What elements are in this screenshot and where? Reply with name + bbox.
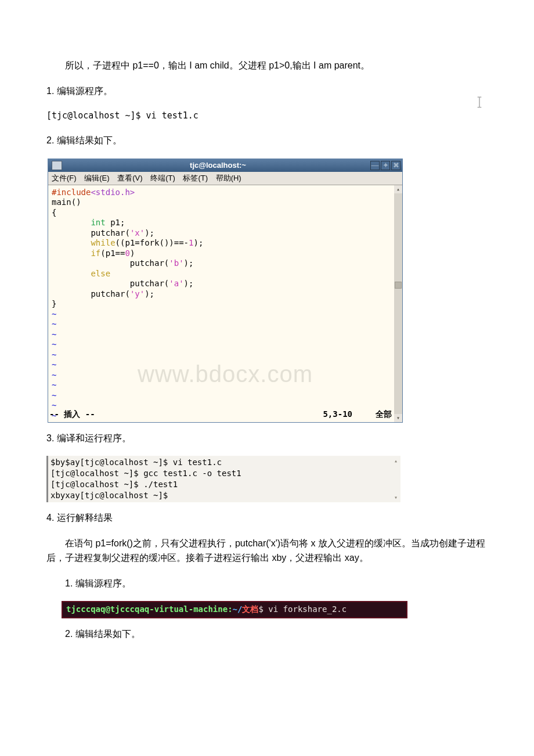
scrollbar[interactable]: ▴ ▾	[394, 185, 402, 422]
code: }	[52, 299, 400, 309]
ubuntu-terminal[interactable]: tjcccqaq@tjcccqaq-virtual-machine:~/文档$ …	[62, 601, 407, 618]
code: else	[52, 269, 400, 279]
command-line-1: [tjc@localhost ~]$ vi test1.c	[46, 109, 488, 123]
editor-tilde: ~	[52, 309, 400, 320]
step-4: 4. 运行解释结果	[46, 510, 488, 525]
editor-tilde: ~	[52, 370, 400, 381]
paragraph-explain: 在语句 p1=fork()之前，只有父进程执行，putchar('x')语句将 …	[46, 536, 488, 566]
code: putchar('a');	[52, 279, 400, 289]
minimize-button[interactable]: —	[370, 161, 380, 170]
terminal-window: tjc@localhost:~ — ✦ ✖ 文件(F) 编辑(E) 查看(V) …	[48, 159, 403, 423]
code: while((p1=fork())==-1);	[52, 238, 400, 249]
code: putchar('x');	[52, 228, 400, 239]
prompt-colon: :	[228, 604, 232, 614]
scroll-up-icon: ▴	[392, 457, 399, 464]
paragraph-intro: 所以，子进程中 p1==0，输出 I am child。父进程 p1>0,输出 …	[46, 58, 488, 73]
prompt-user: tjcccqaq@tjcccqaq-virtual-machine	[66, 604, 228, 614]
scroll-up-icon[interactable]: ▴	[394, 185, 402, 193]
shell-line: [tjc@localhost ~]$ ./test1	[50, 479, 398, 490]
menu-edit[interactable]: 编辑(E)	[84, 174, 109, 182]
step-1: 1. 编辑源程序。	[46, 84, 488, 99]
menu-view[interactable]: 查看(V)	[117, 174, 142, 182]
close-button[interactable]: ✖	[391, 161, 400, 170]
menu-terminal[interactable]: 终端(T)	[150, 174, 175, 182]
editor-tilde: ~	[52, 350, 400, 361]
step-6: 2. 编辑结果如下。	[46, 627, 488, 642]
step-2: 2. 编辑结果如下。	[46, 133, 488, 148]
code: #include	[52, 188, 91, 197]
terminal-icon	[52, 161, 62, 170]
shell-line: xbyxay[tjc@localhost ~]$	[50, 490, 398, 501]
shell-line: [tjc@localhost ~]$ gcc test1.c -o test1	[50, 468, 398, 479]
editor-tilde: ~	[52, 380, 400, 391]
prompt-dollar: $	[258, 604, 268, 614]
menubar: 文件(F) 编辑(E) 查看(V) 终端(T) 标签(T) 帮助(H)	[48, 172, 402, 185]
shell-output-block: ▴ ▾ $by$ay[tjc@localhost ~]$ vi test1.c …	[46, 456, 400, 502]
editor-tilde: ~	[52, 330, 400, 340]
scroll-down-icon[interactable]: ▾	[394, 414, 402, 422]
code: {	[52, 208, 400, 218]
scroll-down-icon: ▾	[392, 494, 399, 501]
insert-mode: -- 插入 --	[49, 409, 95, 420]
maximize-button[interactable]: ✦	[381, 161, 390, 170]
window-titlebar[interactable]: tjc@localhost:~ — ✦ ✖	[48, 159, 402, 172]
editor-tilde: ~	[52, 319, 400, 330]
editor-content[interactable]: #include<stdio.h> main() { int p1; putch…	[48, 185, 402, 422]
editor-tilde: ~	[52, 360, 400, 370]
code: if(p1==0)	[52, 249, 400, 259]
step-3: 3. 编译和运行程序。	[46, 431, 488, 446]
scroll-range: 全部	[376, 409, 392, 420]
scroll-thumb[interactable]	[395, 282, 402, 289]
menu-help[interactable]: 帮助(H)	[216, 174, 241, 182]
step-5: 1. 编辑源程序。	[46, 576, 488, 591]
editor-tilde: ~	[52, 340, 400, 350]
cursor-position: 5,3-10	[323, 409, 352, 420]
shell-line: $by$ay[tjc@localhost ~]$ vi test1.c	[50, 457, 398, 468]
code: <stdio.h>	[91, 188, 135, 197]
menu-tabs[interactable]: 标签(T)	[183, 174, 208, 182]
code: putchar('b');	[52, 258, 400, 269]
prompt-command: vi forkshare_2.c	[268, 604, 347, 614]
code: putchar('y');	[52, 289, 400, 300]
code: int p1;	[52, 218, 400, 228]
editor-statusline: -- 插入 -- 5,3-10 全部	[48, 408, 394, 421]
prompt-path: ~/	[233, 604, 243, 614]
document-page: 所以，子进程中 p1==0，输出 I am child。父进程 p1>0,输出 …	[0, 0, 534, 687]
prompt-path-zh: 文档	[242, 604, 258, 614]
editor-tilde: ~	[52, 391, 400, 401]
text-cursor-icon	[476, 96, 484, 109]
code: main()	[52, 197, 400, 208]
scroll-track[interactable]	[394, 193, 402, 414]
window-title: tjc@localhost:~	[66, 161, 370, 170]
menu-file[interactable]: 文件(F)	[52, 174, 77, 182]
